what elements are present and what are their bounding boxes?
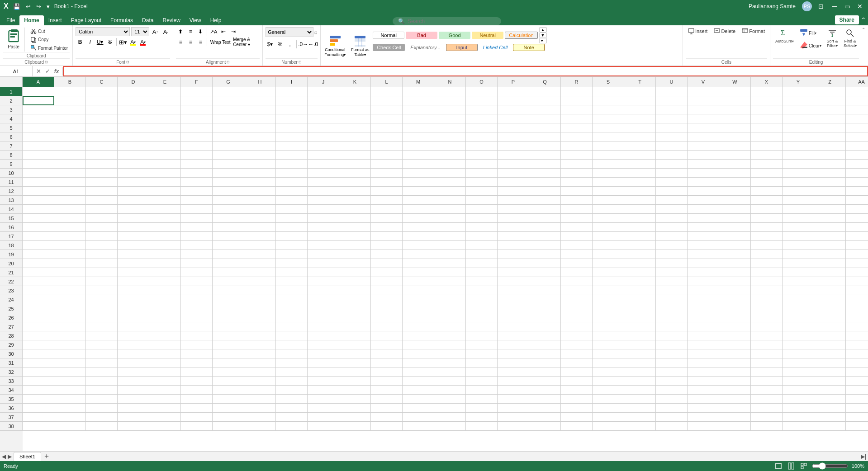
cell-P20[interactable] <box>498 259 529 268</box>
cell-V9[interactable] <box>688 160 719 169</box>
cell-U1[interactable] <box>656 87 688 96</box>
cell-S34[interactable] <box>593 386 624 395</box>
cell-O20[interactable] <box>466 259 498 268</box>
cell-Y6[interactable] <box>783 132 814 141</box>
font-size-decrease-button[interactable]: A- <box>161 27 170 36</box>
cell-S25[interactable] <box>593 304 624 313</box>
cell-A11[interactable] <box>23 178 54 187</box>
cell-L8[interactable] <box>371 151 403 160</box>
cell-C5[interactable] <box>86 123 118 132</box>
cell-X32[interactable] <box>751 367 783 377</box>
find-select-button[interactable]: Find &Select▾ <box>841 27 859 57</box>
cell-E37[interactable] <box>149 413 181 422</box>
cell-L14[interactable] <box>371 205 403 214</box>
cell-W37[interactable] <box>719 413 751 422</box>
cell-F27[interactable] <box>181 322 213 331</box>
cell-V7[interactable] <box>688 141 719 151</box>
strikethrough-button[interactable]: S <box>105 38 114 47</box>
cell-N34[interactable] <box>434 386 466 395</box>
cell-F24[interactable] <box>181 295 213 304</box>
cell-C26[interactable] <box>86 313 118 322</box>
cell-P24[interactable] <box>498 295 529 304</box>
cell-D11[interactable] <box>118 178 149 187</box>
cell-C21[interactable] <box>86 268 118 277</box>
cell-B15[interactable] <box>54 214 86 223</box>
cell-D2[interactable] <box>118 96 149 105</box>
cell-C20[interactable] <box>86 259 118 268</box>
cell-U6[interactable] <box>656 132 688 141</box>
cell-Z30[interactable] <box>814 349 846 358</box>
cell-E24[interactable] <box>149 295 181 304</box>
cell-Q7[interactable] <box>529 141 561 151</box>
row-num-1[interactable]: 1 <box>0 87 23 96</box>
row-num-35[interactable]: 35 <box>0 395 23 404</box>
cell-AA22[interactable] <box>846 277 868 286</box>
cell-H4[interactable] <box>244 114 276 123</box>
col-header-C[interactable]: C <box>86 77 118 87</box>
formula-input[interactable] <box>63 66 868 76</box>
cell-O28[interactable] <box>466 331 498 340</box>
cell-D27[interactable] <box>118 322 149 331</box>
cell-M10[interactable] <box>403 169 434 178</box>
copy-button[interactable]: Copy <box>28 36 70 44</box>
col-header-E[interactable]: E <box>149 77 181 87</box>
cell-AA4[interactable] <box>846 114 868 123</box>
cell-K13[interactable] <box>339 196 371 205</box>
cell-Z9[interactable] <box>814 160 846 169</box>
cell-AA31[interactable] <box>846 358 868 367</box>
cell-U21[interactable] <box>656 268 688 277</box>
cell-P5[interactable] <box>498 123 529 132</box>
cell-Y10[interactable] <box>783 169 814 178</box>
cell-Y35[interactable] <box>783 395 814 404</box>
cell-C34[interactable] <box>86 386 118 395</box>
cell-F33[interactable] <box>181 377 213 386</box>
cell-B30[interactable] <box>54 349 86 358</box>
cell-N7[interactable] <box>434 141 466 151</box>
cell-G24[interactable] <box>213 295 244 304</box>
cell-W30[interactable] <box>719 349 751 358</box>
cell-H25[interactable] <box>244 304 276 313</box>
cell-N9[interactable] <box>434 160 466 169</box>
col-header-Q[interactable]: Q <box>529 77 561 87</box>
cell-F26[interactable] <box>181 313 213 322</box>
scroll-tabs-right[interactable]: ▶ <box>8 453 12 460</box>
cell-AA23[interactable] <box>846 286 868 295</box>
cell-U7[interactable] <box>656 141 688 151</box>
cell-T10[interactable] <box>624 169 656 178</box>
cell-Q33[interactable] <box>529 377 561 386</box>
cell-A20[interactable] <box>23 259 54 268</box>
cell-O11[interactable] <box>466 178 498 187</box>
cell-C24[interactable] <box>86 295 118 304</box>
cell-U38[interactable] <box>656 422 688 431</box>
cell-K11[interactable] <box>339 178 371 187</box>
cell-I37[interactable] <box>276 413 308 422</box>
cell-L7[interactable] <box>371 141 403 151</box>
cell-E7[interactable] <box>149 141 181 151</box>
cell-X35[interactable] <box>751 395 783 404</box>
cell-D33[interactable] <box>118 377 149 386</box>
cell-Z7[interactable] <box>814 141 846 151</box>
cell-D12[interactable] <box>118 187 149 196</box>
cell-Y30[interactable] <box>783 349 814 358</box>
cell-AA13[interactable] <box>846 196 868 205</box>
cell-Z27[interactable] <box>814 322 846 331</box>
cell-B33[interactable] <box>54 377 86 386</box>
cell-C7[interactable] <box>86 141 118 151</box>
cell-K14[interactable] <box>339 205 371 214</box>
cell-G37[interactable] <box>213 413 244 422</box>
cell-X22[interactable] <box>751 277 783 286</box>
cell-Z38[interactable] <box>814 422 846 431</box>
cell-H16[interactable] <box>244 223 276 232</box>
cell-AA17[interactable] <box>846 232 868 241</box>
row-num-10[interactable]: 10 <box>0 169 23 178</box>
cell-C33[interactable] <box>86 377 118 386</box>
cell-Y34[interactable] <box>783 386 814 395</box>
row-num-16[interactable]: 16 <box>0 223 23 232</box>
cell-P32[interactable] <box>498 367 529 377</box>
minimize-button[interactable]: ─ <box>830 2 839 11</box>
cell-J26[interactable] <box>308 313 339 322</box>
cell-Q34[interactable] <box>529 386 561 395</box>
cell-T27[interactable] <box>624 322 656 331</box>
row-num-26[interactable]: 26 <box>0 313 23 322</box>
cell-S36[interactable] <box>593 404 624 413</box>
